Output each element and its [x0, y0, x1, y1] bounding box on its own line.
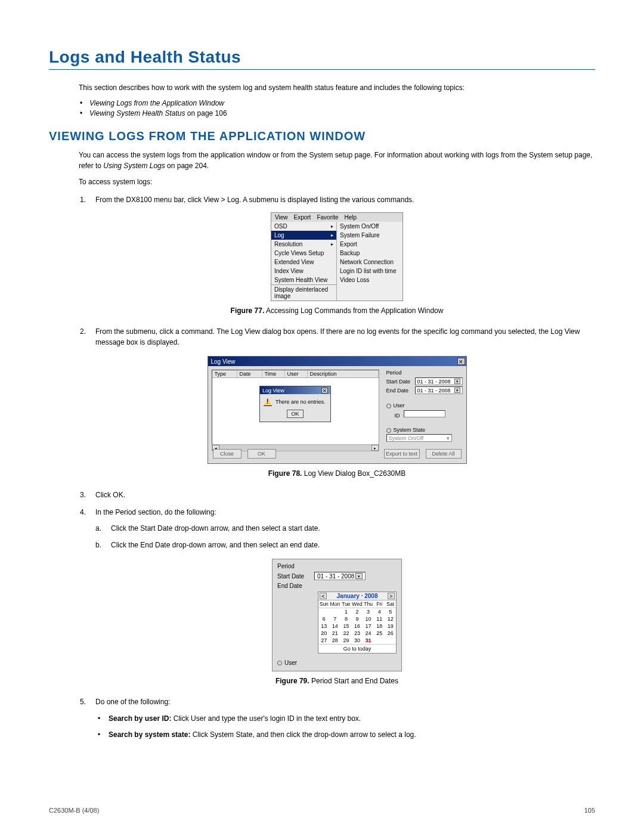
submenu-login-id[interactable]: Login ID list with time [337, 267, 402, 275]
figure-78-caption: Figure 78. Log View Dialog Box_C2630MB [79, 469, 595, 479]
menu-help[interactable]: Help [345, 214, 357, 221]
submenu-export[interactable]: Export [337, 240, 402, 249]
col-date[interactable]: Date [237, 370, 262, 377]
calendar-day[interactable]: 10 [363, 615, 374, 623]
calendar-day[interactable]: 9 [352, 615, 363, 623]
col-time[interactable]: Time [262, 370, 285, 377]
substep-item: b.Click the End Date drop-down arrow, an… [95, 540, 595, 550]
calendar-day[interactable]: 29 [340, 637, 352, 644]
scroll-right-icon[interactable]: ▸ [371, 445, 379, 451]
calendar-day[interactable]: 17 [363, 623, 374, 630]
submenu-system-onoff[interactable]: System On/Off [337, 222, 402, 231]
calendar-day [330, 608, 341, 615]
system-state-radio[interactable]: System State [386, 427, 463, 433]
menu-item-resolution[interactable]: Resolution▸ [271, 240, 336, 249]
col-description[interactable]: Description [308, 370, 379, 377]
menu-item-cycle[interactable]: Cycle Views Setup [271, 249, 336, 258]
calendar-day[interactable]: 4 [374, 608, 385, 615]
chevron-down-icon[interactable]: ▾ [454, 379, 460, 384]
menu-item-log[interactable]: Log▸ [271, 231, 336, 240]
user-radio[interactable]: User [277, 659, 397, 666]
close-button[interactable]: Close [213, 449, 242, 459]
start-date-label: Start Date [386, 379, 411, 385]
end-date-label: End Date [277, 583, 314, 589]
end-date-field[interactable]: 01 - 31 - 2008▾ [415, 386, 463, 394]
title-rule [49, 69, 595, 70]
figure-79-caption: Figure 79. Period Start and End Dates [79, 676, 595, 686]
message-title: Log View [262, 388, 284, 394]
calendar-day[interactable]: 5 [385, 608, 396, 615]
calendar-day[interactable]: 11 [374, 615, 385, 623]
calendar-day[interactable]: 3 [363, 608, 374, 615]
col-type[interactable]: Type [212, 370, 237, 377]
menu-item-extended[interactable]: Extended View [271, 258, 336, 267]
menu-view[interactable]: View [275, 214, 288, 221]
calendar-day[interactable]: 22 [340, 630, 352, 637]
menu-item-deinterlace[interactable]: Display deinterlaced image [271, 285, 336, 301]
ok-button[interactable]: OK [247, 449, 276, 459]
close-icon[interactable]: ✕ [457, 358, 465, 365]
calendar-day[interactable]: 2 [352, 608, 363, 615]
calendar-day[interactable]: 23 [352, 630, 363, 637]
calendar-day[interactable]: 16 [352, 623, 363, 630]
ok-button[interactable]: OK [287, 410, 304, 418]
figure-79-screenshot: Period Start Date 01 - 31 - 2008▾ End Da… [272, 559, 402, 671]
menu-item-index[interactable]: Index View [271, 267, 336, 275]
chevron-down-icon[interactable]: ▾ [447, 435, 450, 441]
period-label: Period [386, 370, 463, 376]
start-date-field[interactable]: 01 - 31 - 2008▾ [415, 377, 463, 385]
view-menu: OSD▸ Log▸ Resolution▸ Cycle Views Setup … [271, 222, 337, 301]
calendar-day[interactable]: 30 [352, 637, 363, 644]
calendar-day[interactable]: 8 [340, 615, 352, 623]
submenu-video-loss[interactable]: Video Loss [337, 275, 402, 284]
calendar-day-header: Thu [363, 600, 374, 608]
footer-page-number: 105 [584, 807, 595, 814]
calendar-day[interactable]: 14 [330, 623, 341, 630]
menu-item-osd[interactable]: OSD▸ [271, 222, 336, 231]
calendar-month: January · 2008 [337, 593, 378, 599]
col-user[interactable]: User [285, 370, 308, 377]
section-heading: VIEWING LOGS FROM THE APPLICATION WINDOW [49, 129, 595, 143]
close-icon[interactable]: ✕ [321, 388, 328, 394]
calendar-day[interactable]: 31 [363, 637, 374, 644]
prev-month-button[interactable]: < [320, 593, 327, 599]
submenu-network[interactable]: Network Connection [337, 258, 402, 267]
id-input[interactable] [404, 410, 445, 417]
calendar-day[interactable]: 18 [374, 623, 385, 630]
menu-favorite[interactable]: Favorite [317, 214, 338, 221]
delete-all-button[interactable]: Delete All [426, 449, 462, 459]
calendar-day[interactable]: 12 [385, 615, 396, 623]
chevron-down-icon[interactable]: ▾ [454, 388, 460, 393]
calendar-day[interactable]: 6 [318, 615, 330, 623]
step-item: 2.From the submenu, click a command. The… [79, 327, 595, 348]
go-to-today-button[interactable]: Go to today [318, 644, 396, 653]
calendar-day[interactable]: 26 [385, 630, 396, 637]
calendar-day[interactable]: 1 [340, 608, 352, 615]
calendar-day[interactable]: 15 [340, 623, 352, 630]
calendar-day[interactable]: 25 [374, 630, 385, 637]
calendar-day[interactable]: 21 [330, 630, 341, 637]
calendar-day[interactable]: 20 [318, 630, 330, 637]
calendar: < January · 2008 > SunMonTueWedThuFriSat… [318, 592, 397, 654]
topic-list: Viewing Logs from the Application Window… [79, 99, 595, 117]
calendar-day [385, 637, 396, 644]
calendar-day[interactable]: 19 [385, 623, 396, 630]
calendar-day[interactable]: 24 [363, 630, 374, 637]
menu-export[interactable]: Export [294, 214, 311, 221]
calendar-day[interactable]: 13 [318, 623, 330, 630]
menu-item-health[interactable]: System Health View [271, 275, 336, 284]
start-date-field[interactable]: 01 - 31 - 2008▾ [314, 572, 366, 580]
footer-left: C2630M-B (4/08) [49, 807, 99, 814]
calendar-day[interactable]: 28 [330, 637, 341, 644]
submenu-system-failure[interactable]: System Failure [337, 231, 402, 240]
calendar-day[interactable]: 27 [318, 637, 330, 644]
calendar-day-header: Wed [352, 600, 363, 608]
submenu-backup[interactable]: Backup [337, 249, 402, 258]
user-radio[interactable]: User [386, 402, 463, 408]
calendar-day[interactable]: 7 [330, 615, 341, 623]
export-button[interactable]: Export to text [384, 449, 420, 459]
system-state-dropdown[interactable]: System On/Off▾ [386, 434, 452, 442]
page-title: Logs and Health Status [49, 48, 595, 67]
chevron-down-icon[interactable]: ▾ [355, 573, 363, 579]
next-month-button[interactable]: > [388, 593, 395, 599]
